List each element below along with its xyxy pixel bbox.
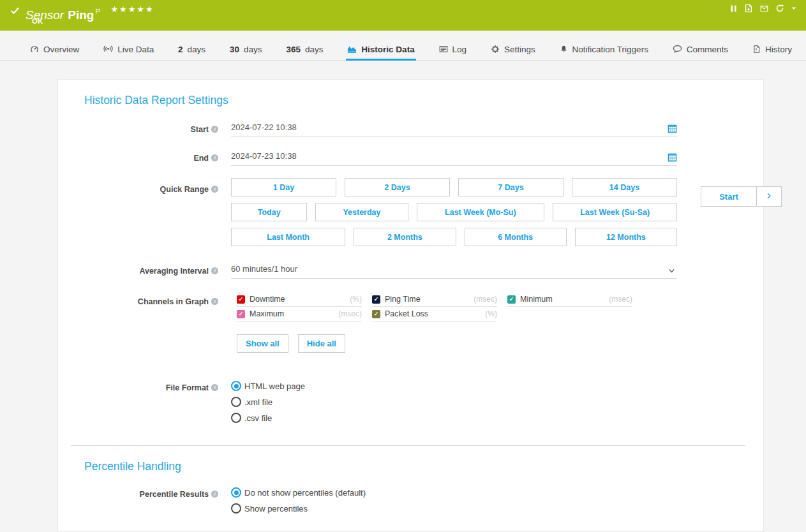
channel-checkbox[interactable]: ✓: [372, 310, 380, 318]
email-icon[interactable]: [759, 4, 769, 13]
info-icon[interactable]: i: [211, 491, 218, 498]
radio-button[interactable]: [231, 397, 241, 407]
channel-name: Packet Loss: [385, 309, 428, 318]
tab-label: Live Data: [117, 45, 154, 54]
percentile-option-show-percentiles[interactable]: Show percentiles: [231, 503, 677, 514]
calendar-icon[interactable]: [668, 152, 677, 162]
chevron-down-icon[interactable]: [668, 267, 676, 275]
tab-label: Comments: [687, 45, 728, 54]
start-value: 2024-07-22 10:38: [231, 122, 297, 132]
quick-range-button-last-month[interactable]: Last Month: [231, 228, 345, 246]
status-check-icon: [10, 6, 20, 18]
quick-range-button-14-days[interactable]: 14 Days: [572, 178, 677, 196]
log-icon: [439, 45, 448, 54]
percentile-options: Do not show percentiles (default)Show pe…: [231, 487, 677, 519]
tab-settings[interactable]: Settings: [489, 31, 537, 61]
refresh-icon[interactable]: [775, 4, 784, 13]
channel-checkbox[interactable]: ✓: [372, 295, 380, 304]
tab-log[interactable]: Log: [438, 31, 468, 61]
averaging-interval-row: Averaging Intervali 60 minutes/1 hour: [77, 264, 744, 279]
tab-prefix: 30: [230, 45, 239, 54]
channel-minimum[interactable]: ✓Minimum(msec): [507, 295, 632, 307]
channel-checkbox[interactable]: ✓: [237, 310, 245, 318]
chevron-right-icon: [765, 191, 773, 202]
tab-label: days: [305, 45, 324, 54]
averaging-interval-select[interactable]: 60 minutes/1 hour: [231, 264, 677, 279]
quick-range-button-yesterday[interactable]: Yesterday: [315, 203, 408, 221]
tab-30-days[interactable]: 30days: [228, 31, 264, 61]
info-icon[interactable]: i: [211, 154, 218, 161]
tab-comments[interactable]: Comments: [671, 31, 729, 61]
section-title-report-settings: Historic Data Report Settings: [84, 94, 744, 107]
hide-all-button[interactable]: Hide all: [298, 334, 345, 353]
show-all-button[interactable]: Show all: [237, 334, 288, 353]
channel-checkbox[interactable]: ✓: [507, 295, 516, 304]
quick-range-button-12-months[interactable]: 12 Months: [575, 228, 677, 246]
priority-stars[interactable]: ★★★★★: [110, 4, 154, 14]
chart-icon: [347, 44, 357, 54]
status-badge: OK: [32, 17, 43, 25]
radio-button[interactable]: [231, 487, 241, 498]
section-divider: [71, 445, 745, 446]
file-format-option-html-web-page[interactable]: HTML web page: [231, 381, 677, 391]
channel-name: Maximum: [250, 309, 284, 318]
quick-range-button-2-months[interactable]: 2 Months: [354, 228, 456, 246]
start-input[interactable]: 2024-07-22 10:38: [231, 122, 677, 137]
header-actions: [729, 4, 797, 13]
file-format-option-xml-file[interactable]: .xml file: [231, 397, 677, 407]
flag-icon[interactable]: [95, 4, 101, 17]
quick-range-row-2: TodayYesterdayLast Week (Mo-Su)Last Week…: [231, 203, 677, 221]
add-report-icon[interactable]: [744, 4, 753, 13]
start-report-button[interactable]: Start: [701, 186, 757, 207]
quick-range-button-1-day[interactable]: 1 Day: [231, 178, 336, 196]
caret-down-icon[interactable]: [791, 5, 797, 11]
calendar-icon[interactable]: [668, 124, 677, 133]
tab-live-data[interactable]: Live Data: [102, 31, 155, 61]
info-icon[interactable]: i: [211, 267, 218, 274]
quick-range-row-3: Last Month2 Months6 Months12 Months: [231, 228, 677, 246]
tab-bar: OverviewLive Data2days30days365daysHisto…: [0, 31, 806, 61]
section-title-percentile: Percentile Handling: [84, 460, 744, 473]
channel-unit: (msec): [338, 309, 362, 318]
start-next-button[interactable]: [757, 186, 782, 207]
channel-packet-loss[interactable]: ✓Packet Loss(%): [372, 309, 497, 321]
tab-label: Settings: [504, 45, 535, 54]
tab-prefix: 2: [178, 45, 183, 54]
info-icon[interactable]: i: [211, 384, 218, 391]
tab-overview[interactable]: Overview: [29, 31, 80, 61]
tab-365-days[interactable]: 365days: [285, 31, 324, 61]
info-icon[interactable]: i: [211, 298, 218, 305]
quick-range-button-last-week-mo-su[interactable]: Last Week (Mo-Su): [417, 203, 545, 221]
channel-name: Downtime: [250, 295, 285, 304]
channel-name: Minimum: [520, 295, 553, 304]
info-icon[interactable]: i: [211, 186, 218, 193]
tab-prefix: 365: [286, 45, 301, 54]
channel-grid: ✓Downtime(%)✓Ping Time(msec)✓Minimum(mse…: [237, 295, 677, 321]
channel-checkbox[interactable]: ✓: [237, 295, 245, 304]
end-input[interactable]: 2024-07-23 10:38: [231, 151, 677, 166]
tab-historic-data[interactable]: Historic Data: [346, 31, 415, 61]
percentile-option-do-not-show-percentiles-default[interactable]: Do not show percentiles (default): [231, 487, 677, 498]
radio-button[interactable]: [231, 413, 241, 423]
channel-maximum[interactable]: ✓Maximum(msec): [237, 309, 362, 321]
quick-range-button-today[interactable]: Today: [231, 203, 307, 221]
tab-2-days[interactable]: 2days: [177, 31, 207, 61]
file-format-option-csv-file[interactable]: .csv file: [231, 413, 677, 423]
tab-label: days: [188, 45, 206, 54]
quick-range-button-last-week-su-sa[interactable]: Last Week (Su-Sa): [553, 203, 677, 221]
channels-label: Channels in Graph: [138, 297, 209, 306]
channel-unit: (msec): [609, 295, 632, 304]
quick-range-button-6-months[interactable]: 6 Months: [465, 228, 567, 246]
quick-range-button-7-days[interactable]: 7 Days: [458, 178, 563, 196]
radio-button[interactable]: [231, 503, 241, 514]
radio-button[interactable]: [231, 381, 241, 391]
radio-label: .csv file: [244, 413, 272, 423]
channel-ping-time[interactable]: ✓Ping Time(msec): [372, 295, 497, 307]
pause-icon[interactable]: [729, 4, 738, 13]
channel-downtime[interactable]: ✓Downtime(%): [237, 295, 362, 307]
info-icon[interactable]: i: [211, 126, 218, 133]
averaging-interval-value: 60 minutes/1 hour: [231, 264, 297, 274]
tab-notification-triggers[interactable]: Notification Triggers: [558, 31, 650, 61]
tab-history[interactable]: History: [751, 31, 793, 61]
quick-range-button-2-days[interactable]: 2 Days: [345, 178, 450, 196]
